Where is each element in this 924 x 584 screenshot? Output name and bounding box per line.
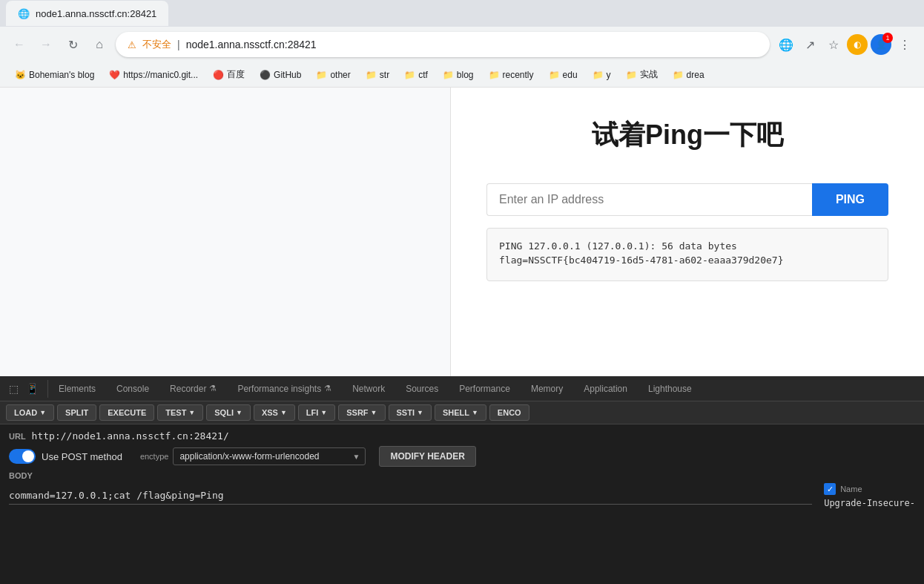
hackbar-enco-button[interactable]: ENCO — [489, 404, 529, 421]
bookmark-github[interactable]: ⚫ GitHub — [254, 68, 307, 82]
bookmark-folder-ctf[interactable]: 📁 ctf — [398, 68, 434, 82]
active-tab[interactable]: 🌐 node1.anna.nssctf.cn:28421 — [6, 1, 168, 26]
hackbar-sqli-button[interactable]: SQLI ▼ — [206, 404, 251, 421]
tab-performance[interactable]: Performance — [449, 379, 521, 398]
folder-icon: 📁 — [673, 70, 684, 80]
tab-console[interactable]: Console — [106, 379, 159, 398]
hackbar-ssti-label: SSTI — [397, 408, 415, 417]
tab-favicon: 🌐 — [18, 8, 30, 19]
devtools-tabs: ⬚ 📱 Elements Console Recorder ⚗ Performa… — [0, 376, 924, 401]
lfi-arrow-icon: ▼ — [320, 409, 327, 416]
tab-bar: 🌐 node1.anna.nssctf.cn:28421 — [0, 0, 924, 27]
hackbar-shell-button[interactable]: SHELL ▼ — [435, 404, 486, 421]
tab-performance-insights-label: Performance insights — [237, 384, 321, 394]
ping-output-line-2: flag=NSSCTF{bc404719-16d5-4781-a602-eaaa… — [499, 255, 876, 266]
inspect-icon[interactable]: ⬚ — [6, 380, 22, 398]
hackbar-ssrf-label: SSRF — [346, 408, 368, 417]
sqli-arrow-icon: ▼ — [236, 409, 242, 416]
profile-button[interactable]: 👤1 — [871, 34, 891, 55]
enctype-select[interactable]: application/x-www-form-urlencoded — [173, 447, 366, 465]
tab-recorder-label: Recorder — [170, 384, 206, 394]
bookmark-label: other — [330, 70, 350, 80]
tab-lighthouse-label: Lighthouse — [648, 384, 692, 394]
folder-icon: 📁 — [404, 70, 415, 80]
hackbar: LOAD ▼ SPLIT EXECUTE TEST ▼ SQLI ▼ XSS ▼… — [0, 401, 924, 424]
security-label: 不安全 — [142, 38, 171, 51]
checkbox-icon[interactable]: ✓ — [824, 483, 836, 495]
bookmark-label: y — [607, 70, 611, 80]
tab-memory[interactable]: Memory — [521, 379, 573, 398]
folder-icon: 📁 — [489, 70, 500, 80]
toggle-knob — [22, 450, 34, 462]
bookmark-folder-other[interactable]: 📁 other — [310, 68, 356, 82]
tab-sources-label: Sources — [406, 384, 438, 394]
bookmark-folder-zhanshi[interactable]: 📁 实战 — [620, 66, 664, 83]
bookmark-button[interactable]: ☆ — [823, 34, 844, 55]
ssrf-arrow-icon: ▼ — [371, 409, 377, 416]
devtools-body: URL http://node1.anna.nssctf.cn:28421/ U… — [0, 424, 924, 584]
bookmark-folder-recently[interactable]: 📁 recently — [483, 68, 540, 82]
post-toggle[interactable] — [9, 449, 36, 464]
folder-icon: 📁 — [626, 70, 637, 80]
tab-performance-insights[interactable]: Performance insights ⚗ — [227, 379, 342, 398]
menu-button[interactable]: ⋮ — [894, 34, 915, 55]
hackbar-xss-label: XSS — [262, 408, 278, 417]
back-button[interactable]: ← — [9, 34, 30, 55]
bookmark-folder-str[interactable]: 📁 str — [360, 68, 395, 82]
forward-button[interactable]: → — [36, 34, 56, 55]
bookmark-blog[interactable]: 🐱 Bohemian's blog — [9, 68, 100, 82]
modify-header-button[interactable]: MODIFY HEADER — [379, 446, 475, 467]
devtools-panel: ⬚ 📱 Elements Console Recorder ⚗ Performa… — [0, 376, 924, 584]
home-button[interactable]: ⌂ — [89, 34, 110, 55]
tab-recorder[interactable]: Recorder ⚗ — [159, 379, 227, 398]
bookmark-folder-drea[interactable]: 📁 drea — [667, 68, 710, 82]
ping-input[interactable] — [486, 183, 812, 216]
translate-button[interactable]: 🌐 — [776, 34, 796, 55]
tab-sources[interactable]: Sources — [395, 379, 449, 398]
extension-button[interactable]: ◐ — [847, 34, 868, 55]
bookmark-folder-blog[interactable]: 📁 blog — [437, 68, 480, 82]
bookmark-manic[interactable]: ❤️ https://manic0.git... — [103, 68, 204, 82]
ping-title: 试着Ping一下吧 — [486, 117, 888, 154]
device-icon[interactable]: 📱 — [23, 380, 42, 398]
bookmark-folder-y[interactable]: 📁 y — [587, 68, 617, 82]
hackbar-sqli-label: SQLI — [214, 408, 234, 417]
url-text: node1.anna.nssctf.cn:28421 — [186, 39, 317, 50]
bookmark-folder-edu[interactable]: 📁 edu — [543, 68, 584, 82]
hackbar-test-button[interactable]: TEST ▼ — [157, 404, 203, 421]
ping-output-line-1: PING 127.0.0.1 (127.0.0.1): 56 data byte… — [499, 240, 876, 252]
ssti-arrow-icon: ▼ — [417, 409, 423, 416]
left-panel — [0, 88, 451, 376]
hackbar-load-button[interactable]: LOAD ▼ — [6, 404, 54, 421]
ping-button[interactable]: PING — [812, 183, 888, 216]
tab-network[interactable]: Network — [342, 379, 395, 398]
bookmark-label: recently — [503, 70, 534, 80]
folder-icon: 📁 — [366, 70, 377, 80]
tab-application-label: Application — [584, 384, 627, 394]
tab-lighthouse[interactable]: Lighthouse — [638, 379, 702, 398]
hackbar-xss-button[interactable]: XSS ▼ — [254, 404, 295, 421]
ping-input-row: PING — [486, 183, 888, 216]
hackbar-ssrf-button[interactable]: SSRF ▼ — [338, 404, 385, 421]
bookmark-label: ctf — [418, 70, 428, 80]
hackbar-ssti-button[interactable]: SSTI ▼ — [389, 404, 432, 421]
folder-icon: 📁 — [549, 70, 560, 80]
address-bar: ← → ↻ ⌂ ⚠ 不安全 | node1.anna.nssctf.cn:284… — [0, 27, 924, 62]
folder-icon: 📁 — [443, 70, 454, 80]
ping-output: PING 127.0.0.1 (127.0.0.1): 56 data byte… — [486, 228, 888, 281]
hackbar-lfi-button[interactable]: LFI ▼ — [298, 404, 335, 421]
reload-button[interactable]: ↻ — [62, 34, 83, 55]
url-bar[interactable]: ⚠ 不安全 | node1.anna.nssctf.cn:28421 — [116, 32, 770, 57]
tab-application[interactable]: Application — [573, 379, 638, 398]
body-input[interactable] — [9, 487, 812, 505]
post-method-row: Use POST method enctype application/x-ww… — [9, 446, 915, 467]
share-button[interactable]: ↗ — [799, 34, 820, 55]
hackbar-execute-button[interactable]: EXECUTE — [99, 404, 154, 421]
tab-elements[interactable]: Elements — [48, 379, 106, 398]
tab-title: node1.anna.nssctf.cn:28421 — [36, 8, 156, 19]
xss-arrow-icon: ▼ — [280, 409, 287, 416]
hackbar-shell-label: SHELL — [443, 408, 469, 417]
hackbar-split-button[interactable]: SPLIT — [57, 404, 96, 421]
bookmark-baidu[interactable]: 🔴 百度 — [207, 66, 251, 83]
tab-console-label: Console — [116, 384, 149, 394]
